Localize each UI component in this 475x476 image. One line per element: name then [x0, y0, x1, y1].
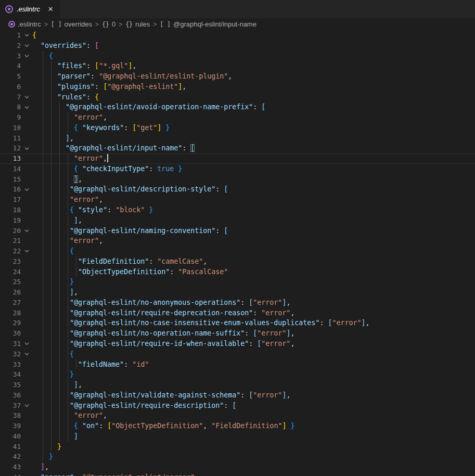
- code-line[interactable]: 24 "ObjectTypeDefinition": "PascalCase": [0, 267, 475, 277]
- fold-chevron-icon[interactable]: [21, 339, 32, 349]
- code-line[interactable]: 9 "error",: [0, 112, 475, 123]
- code-line[interactable]: 32 {: [0, 349, 475, 359]
- code-line[interactable]: 34 }: [0, 369, 475, 380]
- code-line[interactable]: 8 "@graphql-eslint/avoid-operation-name-…: [0, 102, 475, 112]
- string-value: "get": [136, 124, 157, 132]
- code-line[interactable]: 13 "error",: [0, 153, 475, 164]
- indent-guide: [59, 123, 60, 133]
- code-line[interactable]: 39 { "on": ["ObjectTypeDefinition", "Fie…: [0, 421, 475, 431]
- code-line[interactable]: 20 "@graphql-eslint/naming-convention": …: [0, 226, 475, 236]
- bracket: }: [178, 165, 182, 173]
- code-text: { "keywords": ["get"] }: [32, 123, 475, 133]
- indent-guide: [68, 205, 68, 215]
- code-line[interactable]: 19 ],: [0, 215, 475, 226]
- code-line[interactable]: 40 ]: [0, 431, 475, 442]
- indent-guide: [68, 410, 68, 421]
- code-line[interactable]: 4 "files": ["*.gql"],: [0, 61, 475, 71]
- code-line[interactable]: 3 {: [0, 51, 475, 61]
- fold-chevron-icon[interactable]: [21, 92, 32, 102]
- indent-guide: [51, 256, 52, 267]
- code-line[interactable]: 12 "@graphql-eslint/input-name": [: [0, 143, 475, 153]
- code-line[interactable]: 22 {: [0, 246, 475, 256]
- code-line[interactable]: 33 "fieldName": "id": [0, 359, 475, 370]
- code-line[interactable]: 37 "@graphql-eslint/require-description"…: [0, 401, 475, 411]
- code-line[interactable]: 29 "@graphql-eslint/no-case-insensitive-…: [0, 318, 475, 328]
- breadcrumb-item--graphql-eslint-input-name[interactable]: [ ]@graphql-eslint/input-name: [160, 20, 256, 28]
- indent-guide: [59, 174, 60, 185]
- breadcrumb-item-0[interactable]: {}0: [102, 20, 115, 28]
- code-line[interactable]: 10 { "keywords": ["get"] }: [0, 123, 475, 133]
- bracket: {: [95, 93, 99, 101]
- breadcrumb-item--eslintrc[interactable]: .eslintrc: [8, 20, 41, 28]
- tab-eslintrc[interactable]: .eslintrc ✕: [0, 0, 60, 18]
- gutter: 26: [0, 287, 32, 298]
- code-line[interactable]: 23 "FieldDefinition": "camelCase",: [0, 256, 475, 267]
- bracket-match: ]: [74, 175, 78, 183]
- fold-chevron-icon[interactable]: [21, 102, 32, 112]
- code-line[interactable]: 1{: [0, 30, 475, 41]
- gutter: 27: [0, 298, 32, 308]
- breadcrumb-label: rules: [135, 20, 150, 28]
- line-number: 43: [0, 462, 21, 472]
- punctuation: :: [99, 422, 107, 430]
- code-text: "@graphql-eslint/naming-convention": [: [32, 226, 475, 236]
- indent-guide: [43, 143, 43, 153]
- code-line[interactable]: 5 "parser": "@graphql-eslint/eslint-plug…: [0, 71, 475, 82]
- json-key: "overrides": [41, 42, 86, 49]
- code-editor[interactable]: 1{2 "overrides": [3 {4 "files": ["*.gql"…: [0, 30, 475, 476]
- code-line[interactable]: 43 ],: [0, 462, 475, 472]
- gutter: 2: [0, 41, 32, 51]
- line-number: 10: [0, 123, 21, 133]
- punctuation: ,: [78, 381, 82, 389]
- code-line[interactable]: 21 "error",: [0, 236, 475, 246]
- indent-guide: [59, 277, 60, 287]
- fold-gutter-spacer: [21, 472, 32, 476]
- code-line[interactable]: 16 "@graphql-eslint/description-style": …: [0, 184, 475, 195]
- code-line[interactable]: 30 "@graphql-eslint/no-operation-name-su…: [0, 328, 475, 339]
- code-line[interactable]: 42 }: [0, 452, 475, 462]
- code-line[interactable]: 6 "plugins": ["@graphql-eslint"],: [0, 82, 475, 92]
- breadcrumb-item-rules[interactable]: {}rules: [125, 20, 150, 28]
- code-line[interactable]: 31 "@graphql-eslint/require-id-when-avai…: [0, 339, 475, 349]
- indent-guide: [59, 246, 60, 256]
- code-line[interactable]: 25 }: [0, 277, 475, 287]
- fold-chevron-icon[interactable]: [21, 184, 32, 195]
- fold-chevron-icon[interactable]: [21, 143, 32, 153]
- code-line[interactable]: 18 { "style": "block" }: [0, 205, 475, 215]
- code-line[interactable]: 2 "overrides": [: [0, 41, 475, 51]
- bracket: [: [224, 185, 228, 193]
- code-line[interactable]: 36 "@graphql-eslint/validate-against-sch…: [0, 390, 475, 401]
- indent-guide: [68, 369, 68, 380]
- close-icon[interactable]: ✕: [48, 6, 54, 12]
- fold-chevron-icon[interactable]: [21, 51, 32, 61]
- code-line[interactable]: 14 { "checkInputType": true }: [0, 164, 475, 174]
- code-line[interactable]: 26 ],: [0, 287, 475, 298]
- fold-chevron-icon[interactable]: [21, 349, 32, 359]
- breadcrumb-item-overrides[interactable]: [ ]overrides: [51, 20, 92, 28]
- fold-chevron-icon[interactable]: [21, 41, 32, 51]
- code-line[interactable]: 17 "error",: [0, 195, 475, 205]
- fold-gutter-spacer: [21, 267, 32, 277]
- json-key: "@graphql-eslint/require-description": [70, 402, 224, 409]
- fold-chevron-icon[interactable]: [21, 401, 32, 411]
- line-number: 44: [0, 472, 21, 476]
- fold-chevron-icon[interactable]: [21, 246, 32, 256]
- indent-guide: [51, 267, 52, 277]
- code-line[interactable]: 35 ],: [0, 380, 475, 390]
- punctuation: :: [253, 103, 261, 111]
- fold-chevron-icon[interactable]: [21, 226, 32, 236]
- code-line[interactable]: 44 "parser": "@typescript-eslint/parser"…: [0, 472, 475, 476]
- code-line[interactable]: 38 "error",: [0, 410, 475, 421]
- code-line[interactable]: 28 "@graphql-eslint/require-deprecation-…: [0, 308, 475, 318]
- punctuation: :: [124, 361, 132, 368]
- string-value: "block": [115, 206, 145, 214]
- code-line[interactable]: 27 "@graphql-eslint/no-anonymous-operati…: [0, 298, 475, 308]
- line-number: 33: [0, 359, 21, 370]
- code-text: }: [32, 452, 475, 462]
- code-line[interactable]: 15 ],: [0, 174, 475, 185]
- code-line[interactable]: 11 ],: [0, 133, 475, 144]
- code-line[interactable]: 41 }: [0, 442, 475, 452]
- code-line[interactable]: 7 "rules": {: [0, 92, 475, 102]
- fold-chevron-icon[interactable]: [21, 30, 32, 41]
- indent-guide: [51, 318, 52, 328]
